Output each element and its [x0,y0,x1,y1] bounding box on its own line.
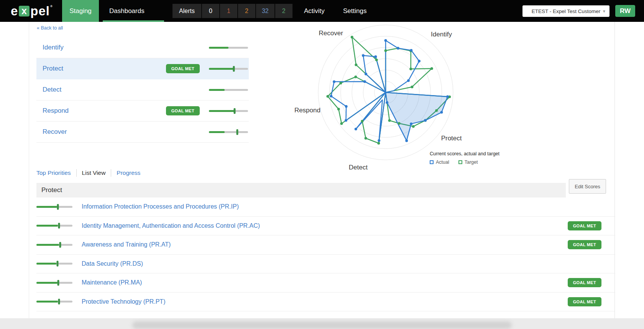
score-slider[interactable] [36,282,72,284]
slider-handle[interactable] [57,204,59,210]
goal-met-badge: GOAL MET [568,221,601,230]
nav-item-settings[interactable]: Settings [343,0,366,22]
expel-logo[interactable]: expel® [11,0,53,22]
slider-fill [36,206,57,208]
category-row[interactable]: Protect GOAL MET [36,58,249,79]
score-slider[interactable] [36,263,72,265]
radar-axis-label: Protect [441,135,462,142]
subcategory-row: Information Protection Processes and Pro… [36,197,615,217]
score-slider[interactable] [209,110,248,112]
alert-count[interactable]: 0 [201,4,219,18]
back-to-all-link[interactable]: « Back to all [37,25,63,31]
top-navbar: expel® Staging Dashboards Alerts 012322 … [0,0,644,22]
category-row[interactable]: Recover [36,122,249,143]
slider-fill [36,263,56,265]
subcategory-list: Information Protection Processes and Pro… [36,197,615,311]
active-nav-underline [103,20,164,22]
slider-handle[interactable] [58,299,60,304]
score-slider[interactable] [36,225,72,227]
category-label: Protect [43,65,63,72]
slider-fill [209,47,228,49]
slider-fill [209,89,225,91]
chart-legend: Current scores, actual and target Actual… [430,151,499,165]
score-slider[interactable] [36,301,72,303]
legend-title: Current scores, actual and target [430,151,499,156]
score-slider[interactable] [36,244,72,246]
tab-progress[interactable]: Progress [117,169,140,176]
section-header-bar: Protect [36,183,566,197]
goal-met-badge: GOAL MET [568,278,601,287]
customer-select[interactable]: ETEST - Expel Test Customer ▼ [522,5,610,17]
customer-select-value: ETEST - Expel Test Customer [532,8,601,14]
category-row[interactable]: Detect [36,79,249,100]
window-shadow [132,321,512,329]
legend-swatch [430,160,434,164]
radar-axis-label: Recover [319,30,343,37]
role-badge-rw[interactable]: RW [615,5,635,17]
alerts-summary: Alerts 012322 [172,4,292,18]
subcategory-row: Protective Technology (PR.PT) GOAL MET [36,293,615,312]
tab-separator [111,169,111,177]
category-list: Identify Protect GOAL MET Detect Respond… [36,37,249,143]
goal-met-badge: GOAL MET [568,240,601,249]
legend-item: Actual [430,160,449,165]
slider-handle[interactable] [56,261,58,266]
score-slider[interactable] [36,206,72,208]
subcategory-link[interactable]: Protective Technology (PR.PT) [82,298,165,305]
slider-handle[interactable] [58,223,60,229]
subcategory-row: Maintenance (PR.MA) GOAL MET [36,273,615,293]
legend-items: ActualTarget [430,160,499,165]
slider-fill [36,225,58,227]
radar-axis-label: Identify [431,31,452,38]
tab-top-priorities[interactable]: Top Priorities [36,169,71,176]
subcategory-link[interactable]: Maintenance (PR.MA) [82,279,142,286]
slider-handle[interactable] [58,280,59,286]
category-label: Respond [43,107,69,115]
alert-count[interactable]: 1 [219,4,237,18]
radar-axis-label: Respond [294,107,320,114]
alert-count[interactable]: 2 [237,4,255,18]
tab-separator [76,169,77,177]
alert-count[interactable]: 32 [255,4,274,18]
registered-mark: ® [50,5,53,8]
slider-fill [209,68,234,70]
score-slider[interactable] [209,68,248,70]
logo-text: pel [30,4,50,18]
subcategory-link[interactable]: Awareness and Training (PR.AT) [82,241,171,248]
nav-item-dashboards[interactable]: Dashboards [109,0,145,22]
slider-fill [36,282,58,284]
goal-met-badge: GOAL MET [166,64,200,73]
logo-text: e [11,4,18,18]
subcategory-row: Data Security (PR.DS) [36,255,615,274]
logo-x-icon: x [19,6,30,16]
nav-item-activity[interactable]: Activity [304,0,325,22]
category-label: Detect [43,86,61,94]
goal-met-badge: GOAL MET [568,297,601,306]
slider-fill [209,110,235,112]
slider-handle[interactable] [59,242,61,248]
slider-handle[interactable] [234,108,236,114]
edit-scores-button[interactable]: Edit Scores [569,179,606,194]
category-row[interactable]: Identify [36,37,249,58]
slider-handle[interactable] [233,66,235,72]
slider-fill [209,131,225,133]
slider-handle[interactable] [237,129,238,135]
category-label: Identify [43,44,64,51]
score-slider[interactable] [209,89,248,91]
view-tabs: Top PrioritiesList ViewProgress [36,168,140,178]
radar-axis-label: Detect [349,164,368,171]
slider-fill [36,244,59,246]
tab-list-view[interactable]: List View [82,169,106,176]
alert-count[interactable]: 2 [274,4,292,18]
score-slider[interactable] [209,47,248,49]
goal-met-badge: GOAL MET [166,106,200,115]
subcategory-link[interactable]: Information Protection Processes and Pro… [82,203,239,210]
alerts-label[interactable]: Alerts [172,4,201,18]
slider-fill [36,301,58,303]
subcategory-link[interactable]: Identity Management, Authentication and … [82,222,260,229]
category-label: Recover [43,128,67,136]
subcategory-link[interactable]: Data Security (PR.DS) [82,260,143,267]
category-row[interactable]: Respond GOAL MET [36,100,249,122]
score-slider[interactable] [209,131,248,133]
env-tab-staging[interactable]: Staging [62,0,99,22]
